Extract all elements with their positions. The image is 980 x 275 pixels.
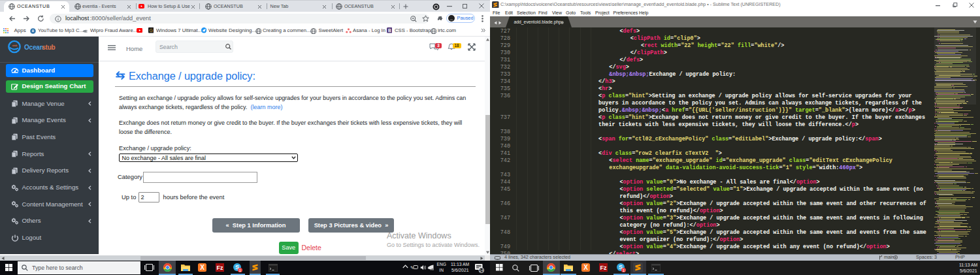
svg-text:1: 1 <box>622 268 624 272</box>
svg-text:Fz: Fz <box>600 265 606 271</box>
svg-text:14: 14 <box>480 268 483 272</box>
svg-text:1: 1 <box>239 268 241 272</box>
svg-text:G: G <box>149 28 152 33</box>
svg-text:Fz: Fz <box>217 265 223 271</box>
svg-text:stub: stub <box>12 44 17 46</box>
svg-text:X: X <box>200 264 204 271</box>
svg-text:X: X <box>583 264 588 271</box>
svg-text:B: B <box>387 28 391 33</box>
